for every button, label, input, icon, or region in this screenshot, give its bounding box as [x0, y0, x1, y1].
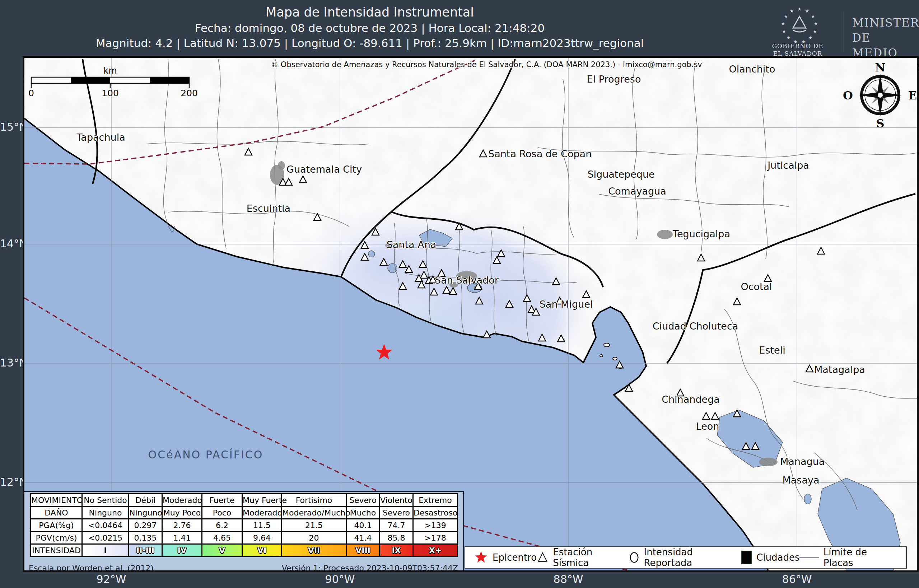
legend-label: Límite de Placas	[824, 547, 898, 568]
map: TapachulaGuatemala CityEscuintlaSanta Ro…	[23, 56, 919, 572]
lon-tick-label: 86°W	[775, 573, 819, 585]
emblem-star-icon: ★	[811, 14, 815, 19]
legend-item: Límite de Placas	[799, 547, 898, 568]
intensity-cell: VI	[242, 544, 282, 557]
city-label: San Miguel	[539, 299, 593, 310]
city-label: Tapachula	[76, 132, 125, 143]
intensity-cell: IV	[162, 544, 202, 557]
table-cell: Moderado	[162, 494, 202, 507]
table-cell: 0.135	[129, 531, 162, 544]
intensity-cell: VII	[282, 544, 346, 557]
table-cell: Mucho	[346, 507, 380, 519]
table-cell: <0.0215	[82, 531, 129, 544]
table-cell: 4.65	[202, 531, 242, 544]
table-cell: Severo	[380, 507, 413, 519]
emblem-star-icon: ★	[790, 8, 794, 14]
intensity-cell: IX	[380, 544, 413, 557]
event-params-line: Magnitud: 4.2 | Latitud N: 13.075 | Long…	[0, 37, 740, 50]
city-label: Santa Ana	[387, 239, 436, 250]
table-cell: 6.2	[202, 519, 242, 531]
city-label: Esteli	[759, 345, 785, 356]
table-cell: >139	[413, 519, 458, 531]
city-label: Guatemala City	[286, 164, 362, 175]
legend-label: Epicentro	[493, 552, 537, 563]
emblem-star-icon: ★	[814, 21, 818, 26]
scale-tick-label: 100	[102, 88, 119, 99]
table-cell: Muy Poco	[162, 507, 202, 519]
legend-item: Ciudades	[741, 551, 799, 564]
city-label: Leon	[696, 421, 719, 432]
emblem-star-icon: ★	[782, 29, 786, 34]
legend-item: Estación Sísmica	[537, 547, 629, 568]
city-label: Ciudad Choluteca	[653, 321, 738, 332]
table-cell: 41.4	[346, 531, 380, 544]
event-date-line: Fecha: domingo, 08 de octubre de 2023 | …	[0, 21, 740, 34]
emblem-triangle	[793, 16, 806, 28]
table-cell: Ninguno	[82, 507, 129, 519]
emblem-star-icon: ★	[808, 35, 813, 40]
intensity-cell: X+	[413, 544, 458, 557]
table-cell: 40.1	[346, 519, 380, 531]
table-cell: No Sentido	[82, 494, 129, 507]
table-cell: Violento	[380, 494, 413, 507]
legend-label: Estación Sísmica	[553, 547, 629, 568]
gobierno-emblem-icon: ★★★★★★★★★★★★★	[776, 6, 823, 45]
compass-o-label: O	[843, 89, 853, 102]
city-label: Matagalpa	[814, 364, 865, 375]
emblem-star-icon: ★	[781, 21, 785, 26]
legend-item: Intensidad Reportada	[629, 547, 741, 568]
table-cell: Fuerte	[202, 494, 242, 507]
city-area	[278, 161, 285, 170]
scale-unit-label: km	[103, 66, 117, 76]
table-row-header: PGA(%g)	[31, 519, 82, 531]
lat-tick-label: 14°N	[0, 237, 20, 250]
scale-tick-label: 0	[28, 88, 34, 99]
city-label: San Salvador	[435, 275, 499, 286]
emblem-star-icon: ★	[805, 8, 809, 14]
copyright-text: © Observatorio de Amenazas y Recursos Na…	[271, 60, 702, 69]
intensity-table-panel: MOVIMIENTONo SentidoDébilModeradoFuerteM…	[24, 491, 464, 570]
ministry-logo: ★★★★★★★★★★★★★ GOBIERNO DE EL SALVADOR MI…	[762, 3, 913, 56]
city-label: El Progreso	[587, 74, 641, 85]
table-footer: Escala por Worden et al. (2012) Versión …	[29, 564, 458, 572]
table-cell: 1.41	[162, 531, 202, 544]
table-row-header: DAÑO	[31, 507, 82, 519]
table-cell: <0.0464	[82, 519, 129, 531]
city-label: Managua	[780, 456, 825, 467]
scale-credit: Escala por Worden et al. (2012)	[29, 564, 153, 572]
intensity-cell: I	[82, 544, 129, 557]
map-legend: EpicentroEstación SísmicaIntensidad Repo…	[465, 546, 907, 569]
header: Mapa de Intensidad Instrumental Fecha: d…	[0, 0, 740, 50]
version-processed: Versión 1: Procesado 2023-10-09T03:57:44…	[282, 564, 458, 572]
emblem-star-icon: ★	[797, 6, 802, 12]
epicenter-star-icon	[474, 550, 488, 565]
city-label: Olanchito	[729, 63, 775, 75]
table-cell: Poco	[202, 507, 242, 519]
table-cell: >178	[413, 531, 458, 544]
emblem-star-icon: ★	[784, 14, 788, 19]
table-row-header: INTENSIDAD	[31, 544, 82, 557]
lat-tick-label: 15°N	[0, 121, 20, 133]
city-label: Masaya	[783, 475, 820, 486]
city-label: Juticalpa	[767, 160, 809, 171]
table-cell: 0.297	[129, 519, 162, 531]
gobierno-label: GOBIERNO DE EL SALVADOR	[762, 42, 833, 57]
table-cell: 74.7	[380, 519, 413, 531]
city-area	[657, 230, 673, 239]
lon-tick-label: 90°W	[318, 573, 362, 585]
table-cell: 2.76	[162, 519, 202, 531]
table-cell: 9.64	[242, 531, 282, 544]
table-row-header: MOVIMIENTO	[31, 494, 82, 507]
cities-icon	[741, 551, 752, 564]
table-cell: 85.8	[380, 531, 413, 544]
emblem-arc	[793, 30, 806, 32]
emblem-star-icon: ★	[787, 35, 791, 40]
lat-tick-label: 12°N	[0, 476, 20, 488]
lat-tick-label: 13°N	[0, 357, 20, 369]
legend-item: Epicentro	[474, 550, 537, 565]
table-cell: Extremo	[413, 494, 458, 507]
seismic-station-icon	[537, 551, 549, 564]
gobierno-line1: GOBIERNO DE	[772, 42, 823, 50]
city-label: Santa Rosa de Copan	[488, 148, 592, 159]
table-cell: Severo	[346, 494, 380, 507]
